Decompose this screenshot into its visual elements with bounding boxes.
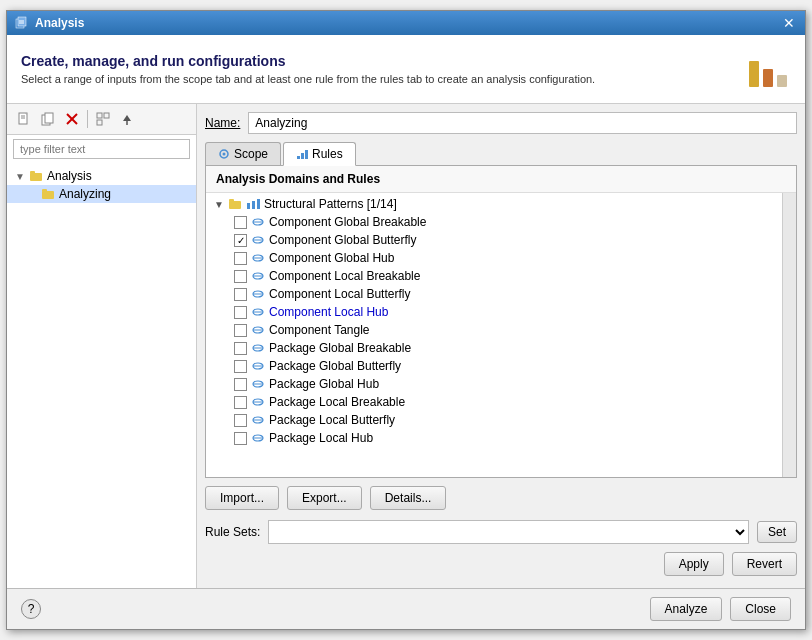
tab-rules[interactable]: Rules	[283, 142, 356, 166]
apply-revert-area: Apply Revert	[205, 548, 797, 580]
rule-label-12: Package Local Hub	[269, 431, 373, 445]
rule-icon-8	[251, 359, 265, 373]
group-expand-icon: ▼	[214, 199, 224, 210]
rule-item-4: Component Local Butterfly	[206, 285, 782, 303]
tree-analyzing-label: Analyzing	[59, 187, 111, 201]
rule-item-9: Package Global Hub	[206, 375, 782, 393]
name-input[interactable]	[248, 112, 797, 134]
dialog-title: Analysis	[35, 16, 84, 30]
structural-patterns-label: Structural Patterns [1/14]	[264, 197, 397, 211]
svg-rect-28	[305, 150, 308, 159]
set-button[interactable]: Set	[757, 521, 797, 543]
rules-header: Analysis Domains and Rules	[206, 166, 796, 193]
tree-analyzing-item[interactable]: Analyzing	[7, 185, 196, 203]
rule-checkbox-8[interactable]	[234, 360, 247, 373]
left-toolbar	[7, 104, 196, 135]
svg-rect-12	[45, 113, 53, 123]
tree-root-analysis[interactable]: ▼ Analysis	[7, 167, 196, 185]
scrollbar[interactable]	[782, 193, 796, 477]
rule-checkbox-3[interactable]	[234, 270, 247, 283]
svg-rect-22	[42, 191, 54, 199]
rule-checkbox-11[interactable]	[234, 414, 247, 427]
rule-checkbox-4[interactable]	[234, 288, 247, 301]
revert-button[interactable]: Revert	[732, 552, 797, 576]
tabs-bar: Scope Rules	[205, 142, 797, 166]
rule-label-5: Component Local Hub	[269, 305, 388, 319]
header-area: Create, manage, and run configurations S…	[7, 35, 805, 104]
rule-sets-select[interactable]	[268, 520, 749, 544]
rule-item-6: Component Tangle	[206, 321, 782, 339]
rule-icon-1	[251, 233, 265, 247]
dialog-icon	[15, 16, 29, 30]
structural-patterns-group[interactable]: ▼ Structural Patterns [1/14]	[206, 195, 782, 213]
right-panel: Name: Scope R	[197, 104, 805, 588]
rules-tab-icon	[296, 148, 308, 160]
rule-label-6: Component Tangle	[269, 323, 370, 337]
details-button[interactable]: Details...	[370, 486, 447, 510]
svg-rect-17	[97, 120, 102, 125]
copy-config-button[interactable]	[37, 108, 59, 130]
rule-checkbox-12[interactable]	[234, 432, 247, 445]
rule-checkbox-10[interactable]	[234, 396, 247, 409]
svg-rect-30	[229, 199, 234, 202]
svg-rect-29	[229, 201, 241, 209]
rule-checkbox-2[interactable]	[234, 252, 247, 265]
rule-item-2: Component Global Hub	[206, 249, 782, 267]
svg-rect-23	[42, 189, 47, 192]
rule-item-0: Component Global Breakable	[206, 213, 782, 231]
rule-checkbox-7[interactable]	[234, 342, 247, 355]
analysis-dialog: Analysis ✕ Create, manage, and run confi…	[6, 10, 806, 630]
export-button[interactable]: Export...	[287, 486, 362, 510]
rule-label-3: Component Local Breakable	[269, 269, 420, 283]
header-chart-icon	[743, 45, 791, 93]
svg-rect-26	[297, 156, 300, 159]
delete-config-button[interactable]	[61, 108, 83, 130]
content-area: ▼ Analysis Analyzing	[7, 104, 805, 588]
rule-checkbox-0[interactable]	[234, 216, 247, 229]
analyze-button[interactable]: Analyze	[650, 597, 723, 621]
svg-marker-18	[123, 115, 131, 121]
expand-config-button[interactable]	[116, 108, 138, 130]
rule-item-7: Package Global Breakable	[206, 339, 782, 357]
rule-icon-6	[251, 323, 265, 337]
rule-icon-5	[251, 305, 265, 319]
tab-scope[interactable]: Scope	[205, 142, 281, 165]
rules-list-wrapper: ▼ Structural Patterns [1/14]	[206, 193, 796, 477]
svg-rect-15	[97, 113, 102, 118]
collapse-config-button[interactable]	[92, 108, 114, 130]
rule-checkbox-9[interactable]	[234, 378, 247, 391]
svg-rect-27	[301, 153, 304, 159]
svg-rect-31	[247, 203, 250, 209]
rule-checkbox-5[interactable]	[234, 306, 247, 319]
rule-checkbox-6[interactable]	[234, 324, 247, 337]
rule-item-5: Component Local Hub	[206, 303, 782, 321]
apply-button[interactable]: Apply	[664, 552, 724, 576]
rule-label-10: Package Local Breakable	[269, 395, 405, 409]
rule-icon-12	[251, 431, 265, 445]
group-folder-icon	[228, 197, 242, 211]
svg-rect-4	[749, 61, 759, 87]
scope-tab-label: Scope	[234, 147, 268, 161]
rule-checkbox-1[interactable]: ✓	[234, 234, 247, 247]
rule-label-8: Package Global Butterfly	[269, 359, 401, 373]
new-config-button[interactable]	[13, 108, 35, 130]
name-row: Name:	[205, 112, 797, 134]
rule-label-4: Component Local Butterfly	[269, 287, 410, 301]
import-button[interactable]: Import...	[205, 486, 279, 510]
help-button[interactable]: ?	[21, 599, 41, 619]
name-label: Name:	[205, 116, 240, 130]
rule-icon-11	[251, 413, 265, 427]
rule-label-11: Package Local Butterfly	[269, 413, 395, 427]
svg-point-25	[223, 153, 226, 156]
rule-icon-10	[251, 395, 265, 409]
filter-input[interactable]	[13, 139, 190, 159]
rule-label-7: Package Global Breakable	[269, 341, 411, 355]
group-chart-icon	[246, 197, 260, 211]
rule-item-1: ✓ Component Global Butterfly	[206, 231, 782, 249]
rule-label-1: Component Global Butterfly	[269, 233, 416, 247]
analyzing-icon	[41, 187, 55, 201]
rule-item-10: Package Local Breakable	[206, 393, 782, 411]
rule-icon-9	[251, 377, 265, 391]
close-icon[interactable]: ✕	[781, 16, 797, 30]
footer-close-button[interactable]: Close	[730, 597, 791, 621]
